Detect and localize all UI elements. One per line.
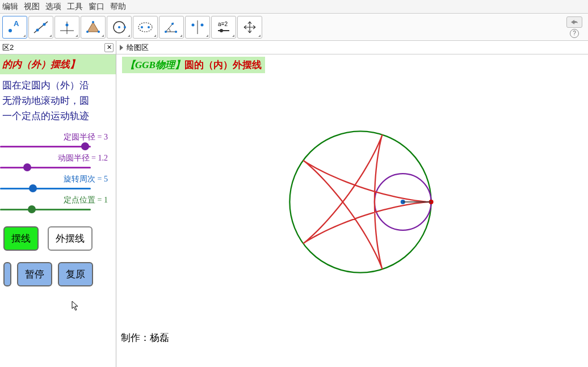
- tool-circle[interactable]: [107, 16, 132, 39]
- svg-point-16: [141, 26, 143, 28]
- slider-label: 定点位置 = 1: [0, 195, 112, 205]
- tool-move[interactable]: [237, 16, 262, 39]
- left-panel: 区2 ✕ 的内（外）摆线】 圆在定圆内（外）沿 无滑动地滚动时，圆 一个定点的运…: [0, 41, 116, 367]
- help-button[interactable]: ?: [570, 29, 579, 38]
- right-panel: 绘图区 【GGB物理】圆的（内）外摆线 制作：杨磊: [116, 41, 588, 367]
- svg-point-13: [118, 26, 120, 28]
- slider-fixed-radius[interactable]: 定圆半径 = 3: [0, 132, 112, 147]
- tool-ellipse[interactable]: [133, 16, 158, 39]
- curve-buttons: 摆线 外摆线: [0, 221, 116, 256]
- tool-point[interactable]: A: [2, 16, 27, 39]
- svg-point-4: [43, 23, 46, 26]
- toolbar: A a=2 ?: [0, 14, 588, 41]
- canvas-area[interactable]: 【GGB物理】圆的（内）外摆线 制作：杨磊: [116, 54, 588, 367]
- desc-line-1: 圆在定圆内（外）沿: [2, 78, 114, 93]
- graphics-view-label: 绘图区: [127, 43, 149, 53]
- desc-line-2: 无滑动地滚动时，圆: [2, 93, 114, 108]
- svg-point-10: [92, 21, 94, 23]
- svg-point-15: [138, 23, 152, 32]
- svg-text:a=2: a=2: [218, 21, 228, 27]
- undo-button[interactable]: [566, 16, 582, 28]
- svg-point-0: [9, 29, 12, 32]
- main-area: 区2 ✕ 的内（外）摆线】 圆在定圆内（外）沿 无滑动地滚动时，圆 一个定点的运…: [0, 41, 588, 367]
- description: 圆在定圆内（外）沿 无滑动地滚动时，圆 一个定点的运动轨迹: [0, 74, 116, 128]
- control-buttons: 暂停 复原: [0, 256, 116, 292]
- menu-tools[interactable]: 工具: [67, 2, 83, 12]
- tool-line[interactable]: [28, 16, 53, 39]
- svg-point-22: [192, 23, 195, 26]
- title-prefix: 【GGB物理】: [125, 60, 184, 70]
- sliders-group: 定圆半径 = 3 动圆半径 = 1.2 旋转周次 = 5 定点位置 = 1: [0, 128, 116, 221]
- menubar: 编辑 视图 选项 工具 窗口 帮助: [0, 0, 588, 14]
- toolbar-right: ?: [566, 16, 586, 38]
- tool-perpendicular[interactable]: [54, 16, 79, 39]
- formula-title: 的内（外）摆线】: [0, 54, 116, 74]
- slider-rotations[interactable]: 旋转周次 = 5: [0, 174, 112, 189]
- collapse-icon[interactable]: [120, 45, 123, 50]
- svg-point-11: [98, 31, 100, 33]
- svg-text:A: A: [14, 19, 19, 28]
- svg-marker-8: [87, 22, 99, 32]
- left-panel-header: 区2 ✕: [0, 41, 116, 54]
- menu-options[interactable]: 选项: [45, 2, 61, 12]
- svg-line-2: [34, 22, 48, 33]
- tool-polygon[interactable]: [81, 16, 106, 39]
- menu-window[interactable]: 窗口: [89, 2, 104, 12]
- slider-label: 定圆半径 = 3: [0, 132, 112, 142]
- svg-point-3: [36, 28, 39, 31]
- tool-angle[interactable]: [159, 16, 184, 39]
- svg-point-19: [175, 31, 177, 33]
- right-panel-header: 绘图区: [116, 41, 588, 54]
- svg-point-9: [86, 31, 89, 33]
- menu-help[interactable]: 帮助: [110, 2, 126, 12]
- slider-point-pos[interactable]: 定点位置 = 1: [0, 195, 112, 210]
- tool-slider[interactable]: a=2: [211, 16, 236, 39]
- svg-point-17: [148, 26, 150, 28]
- menu-view[interactable]: 视图: [24, 2, 40, 12]
- geometry-figure: [275, 117, 446, 287]
- close-panel-icon[interactable]: ✕: [104, 43, 114, 52]
- svg-point-26: [220, 29, 223, 32]
- slider-label: 动圆半径 = 1.2: [0, 153, 112, 163]
- slider-moving-radius[interactable]: 动圆半径 = 1.2: [0, 153, 112, 168]
- svg-point-14: [124, 26, 126, 28]
- svg-point-18: [165, 31, 167, 33]
- panel-title: 区2: [2, 43, 14, 53]
- svg-point-20: [171, 23, 174, 25]
- epicycloid-button[interactable]: 外摆线: [48, 226, 93, 251]
- slider-label: 旋转周次 = 5: [0, 174, 112, 184]
- pause-button[interactable]: 暂停: [17, 262, 52, 286]
- svg-point-23: [201, 23, 204, 26]
- hypocycloid-button[interactable]: 摆线: [3, 226, 39, 251]
- title-main: 圆的（内）外摆线: [184, 60, 262, 70]
- reset-button[interactable]: 复原: [58, 262, 93, 286]
- author-label: 制作：杨磊: [121, 331, 169, 344]
- canvas-title: 【GGB物理】圆的（内）外摆线: [122, 57, 265, 73]
- tool-reflect[interactable]: [185, 16, 210, 39]
- desc-line-3: 一个定点的运动轨迹: [2, 108, 114, 124]
- menu-edit[interactable]: 编辑: [2, 2, 18, 12]
- svg-point-7: [66, 23, 69, 26]
